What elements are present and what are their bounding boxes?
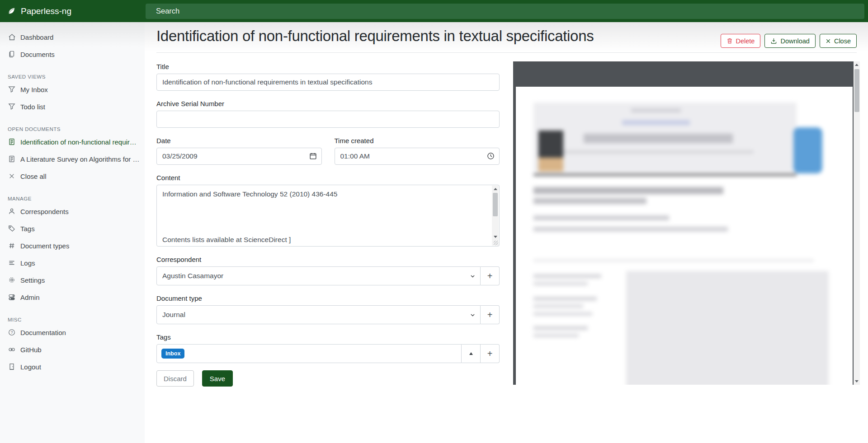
- sidebar-open-doc-2[interactable]: A Literature Survey on Algorithms for Mu…: [0, 150, 145, 168]
- tags-dropdown-toggle-button[interactable]: [462, 344, 481, 363]
- delete-button[interactable]: Delete: [721, 34, 761, 48]
- sidebar-item-documentation[interactable]: ? Documentation: [0, 324, 145, 341]
- scrollbar-thumb[interactable]: [493, 193, 498, 216]
- paperless-leaf-logo-icon: [7, 7, 16, 15]
- add-tag-button[interactable]: +: [481, 344, 500, 363]
- correspondent-select[interactable]: Agustin Casamayor: [156, 266, 481, 285]
- sidebar-item-logout[interactable]: Logout: [0, 358, 145, 375]
- sidebar-item-close-all[interactable]: Close all: [0, 168, 145, 185]
- preview-scrollbar[interactable]: [854, 61, 860, 385]
- sidebar-item-github[interactable]: GitHub: [0, 341, 145, 358]
- tag-icon: [8, 224, 16, 233]
- toggles-icon: [8, 293, 16, 301]
- download-icon: [770, 37, 777, 44]
- asn-input[interactable]: [156, 111, 500, 128]
- plus-icon: +: [487, 271, 493, 281]
- funnel-icon: [8, 103, 16, 111]
- document-type-select[interactable]: Journal: [156, 305, 481, 324]
- plus-icon: +: [487, 310, 493, 320]
- sidebar-item-dashboard[interactable]: Dashboard: [0, 28, 145, 46]
- sidebar: Dashboard Documents SAVED VIEWS My Inbox…: [0, 22, 145, 443]
- add-document-type-button[interactable]: +: [481, 305, 500, 324]
- files-icon: [8, 50, 16, 58]
- file-text-icon: [8, 138, 16, 146]
- tags-input[interactable]: Inbox: [156, 344, 462, 363]
- sidebar-item-tags[interactable]: Tags: [0, 220, 145, 237]
- document-edit-form: Title Archive Serial Number Date Time cr…: [156, 63, 500, 387]
- chevron-down-icon: [470, 312, 476, 318]
- home-icon: [8, 33, 16, 41]
- sidebar-section-misc: MISC: [0, 317, 145, 322]
- download-button[interactable]: Download: [764, 34, 816, 48]
- funnel-icon: [8, 85, 16, 93]
- close-button[interactable]: Close: [820, 34, 857, 48]
- app-brand[interactable]: Paperless-ng: [0, 6, 146, 16]
- svg-text:?: ?: [11, 330, 13, 335]
- sidebar-item-settings[interactable]: Settings: [0, 271, 145, 289]
- sidebar-section-saved-views: SAVED VIEWS: [0, 74, 145, 79]
- sidebar-item-document-types[interactable]: Document types: [0, 237, 145, 254]
- save-button[interactable]: Save: [202, 370, 233, 387]
- scroll-up-icon[interactable]: [492, 186, 499, 192]
- content-line-1: Information and Software Technology 52 (…: [162, 188, 487, 200]
- list-icon: [8, 259, 16, 267]
- sidebar-section-open-documents: OPEN DOCUMENTS: [0, 126, 145, 132]
- plus-icon: +: [487, 349, 493, 359]
- resize-grip[interactable]: [494, 241, 498, 245]
- pdf-page-preview: [516, 87, 853, 385]
- pdf-preview-pane: [513, 61, 860, 385]
- sidebar-item-documents[interactable]: Documents: [0, 46, 145, 63]
- file-text-icon: [8, 155, 16, 163]
- door-logout-icon: [8, 363, 16, 371]
- caret-up-icon: [469, 352, 473, 355]
- sidebar-item-admin[interactable]: Admin: [0, 289, 145, 306]
- time-created-label: Time created: [335, 137, 500, 145]
- tag-badge-inbox[interactable]: Inbox: [161, 349, 184, 359]
- sidebar-item-todo-list[interactable]: Todo list: [0, 98, 145, 115]
- main-content: Identification of non-functional require…: [145, 22, 868, 443]
- document-actions: Delete Download Close: [721, 34, 857, 48]
- scroll-down-icon[interactable]: [854, 378, 860, 385]
- add-correspondent-button[interactable]: +: [481, 266, 500, 285]
- asn-label: Archive Serial Number: [156, 100, 500, 107]
- document-header: Identification of non-functional require…: [156, 22, 857, 53]
- sidebar-item-correspondents[interactable]: Correspondents: [0, 203, 145, 220]
- top-navbar: Paperless-ng: [0, 0, 868, 22]
- pdf-blurred-content: [516, 87, 853, 385]
- scroll-up-icon[interactable]: [854, 61, 860, 68]
- sidebar-item-my-inbox[interactable]: My Inbox: [0, 81, 145, 98]
- title-label: Title: [156, 63, 500, 70]
- calendar-icon[interactable]: [309, 152, 317, 160]
- content-label: Content: [156, 174, 500, 182]
- sidebar-open-doc-1[interactable]: Identification of non-functional require…: [0, 133, 145, 150]
- clock-icon[interactable]: [487, 152, 495, 160]
- sidebar-section-manage: MANAGE: [0, 196, 145, 201]
- content-textarea[interactable]: Information and Software Technology 52 (…: [156, 185, 500, 247]
- hash-icon: [8, 242, 16, 250]
- discard-button[interactable]: Discard: [156, 370, 194, 387]
- app-title: Paperless-ng: [21, 6, 71, 16]
- search-bar[interactable]: [146, 4, 864, 19]
- page-title: Identification of non-functional require…: [156, 28, 594, 45]
- date-input[interactable]: [156, 148, 322, 165]
- preview-scrollbar-thumb[interactable]: [854, 69, 859, 112]
- person-icon: [8, 207, 16, 215]
- document-type-label: Document type: [156, 294, 500, 302]
- tags-label: Tags: [156, 333, 500, 341]
- title-input[interactable]: [156, 74, 500, 91]
- correspondent-label: Correspondent: [156, 256, 500, 263]
- close-icon: [826, 38, 831, 44]
- sidebar-item-logs[interactable]: Logs: [0, 254, 145, 271]
- time-created-input[interactable]: [335, 148, 500, 165]
- trash-icon: [726, 37, 733, 44]
- content-line-2: Contents lists available at ScienceDirec…: [162, 234, 487, 245]
- content-scrollbar[interactable]: [492, 186, 499, 246]
- question-circle-icon: ?: [8, 328, 16, 336]
- gear-icon: [8, 276, 16, 284]
- search-input[interactable]: [156, 7, 864, 15]
- close-icon: [8, 172, 16, 180]
- date-label: Date: [156, 137, 322, 145]
- scroll-down-icon[interactable]: [492, 233, 499, 240]
- chevron-down-icon: [470, 273, 476, 279]
- link-icon: [8, 345, 16, 354]
